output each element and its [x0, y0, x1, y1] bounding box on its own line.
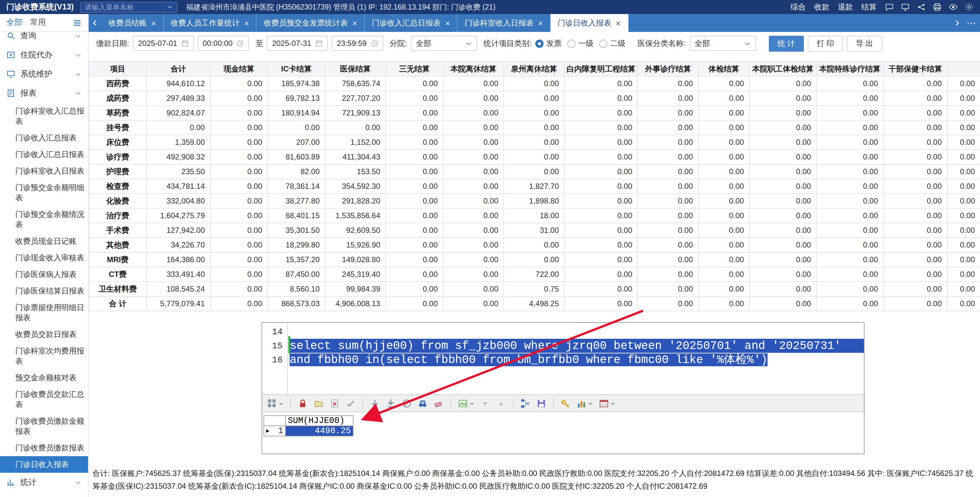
- table-total-row[interactable]: 合 计5,779,079.410.00868,573.034,906,008.1…: [89, 296, 980, 311]
- document-tab-3[interactable]: 门诊收入汇总日报表×: [365, 14, 458, 32]
- grid-settings-icon[interactable]: [267, 398, 284, 409]
- sidebar-item-16[interactable]: 门诊收费员缴款报表: [0, 440, 88, 456]
- table-row[interactable]: 其他费34,226.700.0018,299.8015,926.900.000.…: [89, 237, 980, 252]
- sidebar-item-3[interactable]: 门诊科室收入日报表: [0, 163, 88, 179]
- share-icon[interactable]: [917, 3, 926, 11]
- key-icon[interactable]: [560, 398, 571, 409]
- date-from-input[interactable]: 2025-07-01: [133, 36, 194, 51]
- branch-select[interactable]: 全部: [411, 36, 477, 51]
- topbar-link-3[interactable]: 结算: [861, 2, 877, 13]
- close-icon[interactable]: ×: [445, 18, 450, 28]
- sidebar-item-4[interactable]: 门诊预交金余额明细表: [0, 179, 88, 206]
- message-icon[interactable]: [885, 3, 894, 11]
- topbar-link-1[interactable]: 收款: [814, 2, 829, 13]
- sidebar-item-2[interactable]: 门诊收入汇总日报表: [0, 146, 88, 163]
- tab-scroll-right-icon[interactable]: [951, 14, 963, 32]
- tab-scroll-left-icon[interactable]: [89, 14, 102, 32]
- sidebar-item-8[interactable]: 门诊医保病人报表: [0, 266, 88, 283]
- lock-icon[interactable]: [298, 398, 308, 409]
- gear-icon[interactable]: [965, 3, 974, 11]
- tree-view-icon[interactable]: [520, 398, 531, 409]
- sidebar-item-1[interactable]: 门诊收入汇总报表: [0, 129, 88, 146]
- chart-icon[interactable]: [576, 398, 593, 409]
- topbar-link-2[interactable]: 退款: [838, 2, 853, 13]
- sidebar-item-17[interactable]: 门诊日收入报表: [0, 456, 88, 473]
- category-radio-1[interactable]: 一级: [568, 38, 594, 49]
- sidebar-item-15[interactable]: 门诊收费员缴款金额报表: [0, 413, 88, 440]
- sidebar-tab-0[interactable]: 全部: [6, 17, 22, 28]
- sidebar-item-14[interactable]: 门诊收费员交款汇总表: [0, 386, 88, 413]
- result-value-cell[interactable]: 4498.25: [285, 426, 353, 436]
- sidebar-item-7[interactable]: 门诊现金收入审核表: [0, 250, 88, 266]
- printer-icon[interactable]: [933, 3, 942, 11]
- sidebar-group-1[interactable]: 住院代办: [0, 45, 88, 64]
- fetch-next-icon[interactable]: [369, 398, 380, 409]
- stat-button[interactable]: 统 计: [768, 35, 804, 51]
- sidebar-item-10[interactable]: 门诊票据使用明细日报表: [0, 299, 88, 326]
- sidebar-item-5[interactable]: 门诊预交金余额情况表: [0, 206, 88, 233]
- save-icon[interactable]: [536, 398, 547, 409]
- sidebar-group-reports[interactable]: 报表: [0, 84, 88, 103]
- close-icon[interactable]: ×: [538, 18, 543, 28]
- sidebar-item-0[interactable]: 门诊科室收入汇总报表: [0, 103, 88, 129]
- date-to-input[interactable]: 2025-07-31: [267, 36, 328, 51]
- table-row[interactable]: 挂号费0.000.000.000.000.000.000.000.000.000…: [89, 120, 980, 135]
- sort-desc-icon[interactable]: [480, 398, 491, 409]
- monitor-icon[interactable]: [901, 3, 910, 11]
- table-row[interactable]: 成药费297,489.330.0069,782.13227,707.200.00…: [89, 91, 980, 105]
- fetch-last-icon[interactable]: [385, 398, 396, 409]
- close-icon[interactable]: ×: [151, 18, 156, 28]
- sidebar-tab-1[interactable]: 常用: [30, 17, 46, 28]
- close-icon[interactable]: ×: [352, 18, 357, 28]
- grid-view-icon[interactable]: [598, 398, 616, 409]
- eye-icon[interactable]: [949, 3, 958, 11]
- sidebar-group-stats[interactable]: 统计: [0, 473, 88, 492]
- document-tab-1[interactable]: 收费人员工作量统计×: [164, 14, 256, 32]
- tab-more-icon[interactable]: ⋯: [963, 14, 980, 32]
- sidebar-item-12[interactable]: 门诊科室次均费用报表: [0, 342, 88, 370]
- table-row[interactable]: 卫生材料费108,545.240.008,560.1099,984.390.00…: [89, 282, 980, 296]
- table-row[interactable]: 化验费332,004.800.0038,277.80291,828.200.00…: [89, 194, 980, 208]
- find-icon[interactable]: [417, 398, 428, 409]
- close-icon[interactable]: ×: [616, 18, 620, 28]
- cancel-query-icon[interactable]: [329, 398, 340, 409]
- commit-icon[interactable]: [345, 398, 356, 409]
- stop-icon[interactable]: [401, 398, 412, 409]
- export-button[interactable]: 导 出: [847, 35, 882, 51]
- sidebar-item-11[interactable]: 收费员交款日报表: [0, 326, 88, 342]
- category-radio-2[interactable]: 二级: [600, 38, 625, 49]
- sidebar-item-9[interactable]: 门诊医保结算日报表: [0, 283, 88, 299]
- table-row[interactable]: CT费333,491.400.0087,450.00245,319.400.00…: [89, 267, 980, 282]
- table-row[interactable]: 检查费434,781.140.0078,361.14354,592.300.00…: [89, 179, 980, 194]
- sidebar-item-13[interactable]: 预交金余额核对表: [0, 370, 88, 386]
- sidebar-group-0[interactable]: 查询: [0, 32, 88, 45]
- table-row[interactable]: 治疗费1,604,275.790.0068,401.151,535,856.64…: [89, 208, 980, 223]
- table-row[interactable]: 床位费1,359.000.00207.001,152.000.000.000.0…: [89, 135, 980, 150]
- document-tab-2[interactable]: 收费员预交金发票统计表×: [256, 14, 364, 32]
- eraser-icon[interactable]: [433, 398, 444, 409]
- sidebar-item-6[interactable]: 收费员现金日记账: [0, 233, 88, 250]
- document-tab-0[interactable]: 收费员结账×: [102, 14, 164, 32]
- topbar-link-0[interactable]: 综合: [791, 2, 806, 13]
- time-to-input[interactable]: 23:59:59: [332, 36, 383, 51]
- table-row[interactable]: 诊疗费492,908.320.0081,603.89411,304.430.00…: [89, 150, 980, 164]
- sql-code-area[interactable]: 141516 select sum(hjje00) from sf_jzb000…: [262, 323, 864, 394]
- image-icon[interactable]: [457, 398, 475, 409]
- category-radio-0[interactable]: 发票: [536, 38, 562, 49]
- menu-search-input[interactable]: 请输入菜单名称: [80, 2, 177, 13]
- hamburger-icon[interactable]: [73, 18, 82, 27]
- document-tab-4[interactable]: 门诊科室收入日报表×: [458, 14, 550, 32]
- table-row[interactable]: 护理费235.500.0082.00153.500.000.000.000.00…: [89, 164, 980, 179]
- sort-asc-icon[interactable]: [496, 398, 507, 409]
- result-row[interactable]: ▶14498.25: [264, 426, 353, 436]
- table-row[interactable]: 草药费902,824.070.00180,914.94721,909.130.0…: [89, 105, 980, 120]
- open-doc-icon[interactable]: [313, 398, 324, 409]
- insurance-select[interactable]: 全部: [689, 36, 756, 51]
- table-row[interactable]: MRI费164,386.000.0015,357.20149,028.800.0…: [89, 252, 980, 267]
- print-button[interactable]: 打 印: [808, 35, 843, 51]
- table-row[interactable]: 西药费944,610.120.00185,974.38758,635.740.0…: [89, 76, 980, 91]
- close-icon[interactable]: ×: [244, 18, 249, 28]
- sidebar-group-2[interactable]: 系统维护: [0, 64, 88, 84]
- table-row[interactable]: 手术费127,942.000.0035,301.5092,609.500.000…: [89, 223, 980, 237]
- time-from-input[interactable]: 00:00:00: [197, 36, 249, 51]
